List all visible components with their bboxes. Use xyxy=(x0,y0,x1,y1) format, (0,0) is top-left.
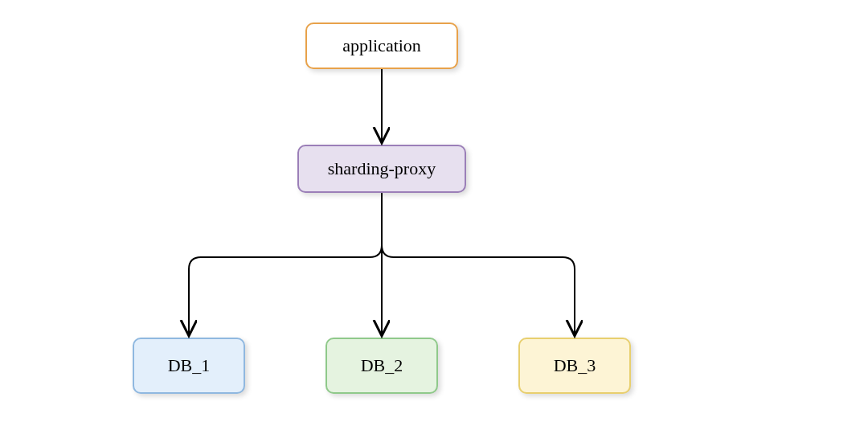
edge-proxy-to-db3 xyxy=(382,245,575,334)
node-db2-label: DB_2 xyxy=(361,355,403,376)
node-sharding-proxy: sharding-proxy xyxy=(297,145,466,193)
node-db3-label: DB_3 xyxy=(554,355,596,376)
node-sharding-proxy-label: sharding-proxy xyxy=(328,158,436,179)
edge-proxy-to-db1 xyxy=(189,245,382,334)
node-db1-label: DB_1 xyxy=(168,355,211,376)
node-db2: DB_2 xyxy=(326,338,438,394)
node-db1: DB_1 xyxy=(133,338,245,394)
node-application: application xyxy=(305,23,458,69)
node-application-label: application xyxy=(342,35,421,56)
node-db3: DB_3 xyxy=(518,338,631,394)
